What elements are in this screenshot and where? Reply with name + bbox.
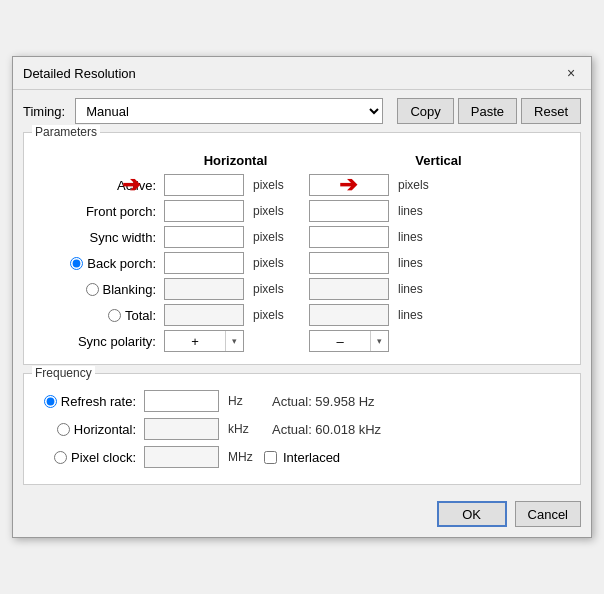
back-porch-h-unit: pixels <box>249 256 309 270</box>
horizontal-freq-actual: Actual: 60.018 kHz <box>264 422 570 437</box>
toolbar-buttons: Copy Paste Reset <box>397 98 581 124</box>
sync-width-v-unit: lines <box>394 230 454 244</box>
back-porch-v-unit: lines <box>394 256 454 270</box>
front-porch-v-unit: lines <box>394 204 454 218</box>
ok-button[interactable]: OK <box>437 501 507 527</box>
horizontal-freq-unit: kHz <box>224 422 264 436</box>
cancel-button[interactable]: Cancel <box>515 501 581 527</box>
horizontal-freq-input[interactable]: 60.018 <box>144 418 219 440</box>
sync-polarity-label: Sync polarity: <box>34 334 164 349</box>
sync-width-label: Sync width: <box>34 230 164 245</box>
front-porch-h-input[interactable]: 48 <box>164 200 244 222</box>
timing-select[interactable]: Manual <box>75 98 383 124</box>
interlaced-checkbox[interactable] <box>264 451 277 464</box>
blanking-v-input[interactable]: 41 <box>309 278 389 300</box>
front-porch-row: Front porch: 48 pixels 3 lines <box>34 200 570 222</box>
vertical-header: Vertical <box>367 153 510 168</box>
back-porch-v-input[interactable]: 28 <box>309 252 389 274</box>
horizontal-freq-row: Horizontal: 60.018 kHz Actual: 60.018 kH… <box>34 418 570 440</box>
refresh-rate-actual: Actual: 59.958 Hz <box>264 394 570 409</box>
active-row: Active: 1440 pixels 960 pixels ➔ ➔ <box>34 174 570 196</box>
refresh-rate-input[interactable]: 59.954 <box>144 390 219 412</box>
frequency-section: Frequency Refresh rate: 59.954 Hz Actual… <box>23 373 581 485</box>
sync-h-value: + <box>165 334 225 349</box>
back-porch-row: Back porch: 80 pixels 28 lines <box>34 252 570 274</box>
dialog-title: Detailed Resolution <box>23 66 136 81</box>
parameters-section: Parameters Horizontal Vertical Active: 1… <box>23 132 581 365</box>
blanking-h-input[interactable]: 160 <box>164 278 244 300</box>
dialog-window: Detailed Resolution × Timing: Manual Cop… <box>12 56 592 538</box>
total-v-unit: lines <box>394 308 454 322</box>
pixel-clock-label: Pixel clock: <box>34 450 144 465</box>
copy-button[interactable]: Copy <box>397 98 453 124</box>
blanking-v-unit: lines <box>394 282 454 296</box>
sync-width-h-input[interactable]: 32 <box>164 226 244 248</box>
refresh-rate-unit: Hz <box>224 394 264 408</box>
timing-label: Timing: <box>23 104 65 119</box>
front-porch-v-input[interactable]: 3 <box>309 200 389 222</box>
params-header: Horizontal Vertical <box>34 153 570 168</box>
blanking-h-unit: pixels <box>249 282 309 296</box>
active-h-input[interactable]: 1440 <box>164 174 244 196</box>
total-v-input[interactable]: 1001 <box>309 304 389 326</box>
pixel-clock-radio[interactable] <box>54 451 67 464</box>
active-h-unit: pixels <box>249 178 309 192</box>
interlaced-container: Interlaced <box>264 450 570 465</box>
blanking-row: Blanking: 160 pixels 41 lines <box>34 278 570 300</box>
pixel-clock-input[interactable]: 96.03 <box>144 446 219 468</box>
total-radio[interactable] <box>108 309 121 322</box>
total-h-input[interactable]: 1600 <box>164 304 244 326</box>
parameters-section-title: Parameters <box>32 125 100 139</box>
refresh-rate-radio[interactable] <box>44 395 57 408</box>
sync-polarity-row: Sync polarity: + ▾ – ▾ <box>34 330 570 352</box>
refresh-rate-label: Refresh rate: <box>34 394 144 409</box>
total-row: Total: 1600 pixels 1001 lines <box>34 304 570 326</box>
horizontal-freq-radio[interactable] <box>57 423 70 436</box>
back-porch-label: Back porch: <box>34 256 164 271</box>
sync-h-dropdown[interactable]: + ▾ <box>164 330 244 352</box>
total-label: Total: <box>34 308 164 323</box>
horizontal-header: Horizontal <box>164 153 307 168</box>
pixel-clock-row: Pixel clock: 96.03 MHz Interlaced <box>34 446 570 468</box>
reset-button[interactable]: Reset <box>521 98 581 124</box>
blanking-label: Blanking: <box>34 282 164 297</box>
paste-button[interactable]: Paste <box>458 98 517 124</box>
sync-width-row: Sync width: 32 pixels 10 lines <box>34 226 570 248</box>
title-bar: Detailed Resolution × <box>13 57 591 90</box>
horizontal-freq-label: Horizontal: <box>34 422 144 437</box>
back-porch-h-input[interactable]: 80 <box>164 252 244 274</box>
bottom-buttons: OK Cancel <box>13 493 591 537</box>
sync-v-arrow[interactable]: ▾ <box>370 331 388 351</box>
sync-width-h-unit: pixels <box>249 230 309 244</box>
sync-v-value: – <box>310 334 370 349</box>
active-v-input[interactable]: 960 <box>309 174 389 196</box>
front-porch-h-unit: pixels <box>249 204 309 218</box>
sync-width-v-input[interactable]: 10 <box>309 226 389 248</box>
sync-h-arrow[interactable]: ▾ <box>225 331 243 351</box>
refresh-rate-row: Refresh rate: 59.954 Hz Actual: 59.958 H… <box>34 390 570 412</box>
active-label: Active: <box>34 178 164 193</box>
total-h-unit: pixels <box>249 308 309 322</box>
active-v-unit: pixels <box>394 178 454 192</box>
back-porch-radio[interactable] <box>70 257 83 270</box>
close-button[interactable]: × <box>561 63 581 83</box>
blanking-radio[interactable] <box>86 283 99 296</box>
front-porch-label: Front porch: <box>34 204 164 219</box>
sync-v-dropdown[interactable]: – ▾ <box>309 330 389 352</box>
pixel-clock-unit: MHz <box>224 450 264 464</box>
interlaced-label: Interlaced <box>283 450 340 465</box>
frequency-section-title: Frequency <box>32 366 95 380</box>
